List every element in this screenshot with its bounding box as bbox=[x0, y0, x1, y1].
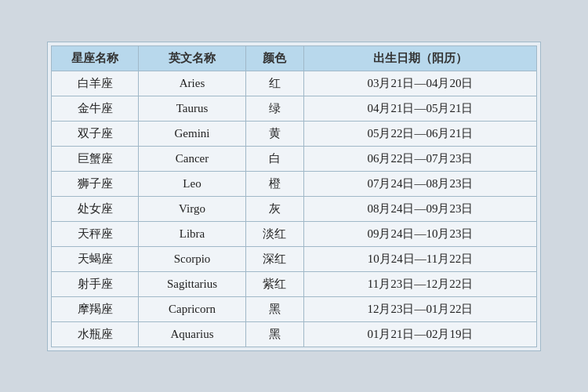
cell-date: 09月24日—10月23日 bbox=[303, 221, 536, 246]
zodiac-table-container: 星座名称 英文名称 颜色 出生日期（阳历） 白羊座Aries红03月21日—04… bbox=[47, 42, 541, 351]
cell-zh-name: 水瓶座 bbox=[52, 321, 139, 347]
table-row: 天秤座Libra淡红09月24日—10月23日 bbox=[52, 221, 537, 246]
header-en-name: 英文名称 bbox=[139, 45, 245, 71]
header-color: 颜色 bbox=[245, 45, 303, 71]
table-row: 双子座Gemini黄05月22日—06月21日 bbox=[52, 121, 537, 146]
cell-zh-name: 金牛座 bbox=[52, 96, 139, 121]
cell-date: 10月24日—11月22日 bbox=[303, 246, 536, 271]
cell-en-name: Virgo bbox=[139, 196, 245, 221]
cell-zh-name: 处女座 bbox=[52, 196, 139, 221]
cell-zh-name: 射手座 bbox=[52, 271, 139, 296]
cell-zh-name: 双子座 bbox=[52, 121, 139, 146]
cell-zh-name: 天秤座 bbox=[52, 221, 139, 246]
cell-color: 淡红 bbox=[245, 221, 303, 246]
cell-zh-name: 狮子座 bbox=[52, 171, 139, 196]
table-row: 金牛座Taurus绿04月21日—05月21日 bbox=[52, 96, 537, 121]
header-date: 出生日期（阳历） bbox=[303, 45, 536, 71]
cell-color: 紫红 bbox=[245, 271, 303, 296]
cell-color: 红 bbox=[245, 71, 303, 96]
table-header-row: 星座名称 英文名称 颜色 出生日期（阳历） bbox=[52, 45, 537, 71]
cell-date: 06月22日—07月23日 bbox=[303, 146, 536, 171]
cell-color: 绿 bbox=[245, 96, 303, 121]
cell-en-name: Taurus bbox=[139, 96, 245, 121]
cell-en-name: Gemini bbox=[139, 121, 245, 146]
table-row: 水瓶座Aquarius黑01月21日—02月19日 bbox=[52, 321, 537, 347]
table-row: 天蝎座Scorpio深红10月24日—11月22日 bbox=[52, 246, 537, 271]
cell-color: 黑 bbox=[245, 321, 303, 347]
cell-date: 04月21日—05月21日 bbox=[303, 96, 536, 121]
table-row: 处女座Virgo灰08月24日—09月23日 bbox=[52, 196, 537, 221]
cell-color: 白 bbox=[245, 146, 303, 171]
table-row: 巨蟹座Cancer白06月22日—07月23日 bbox=[52, 146, 537, 171]
cell-date: 03月21日—04月20日 bbox=[303, 71, 536, 96]
cell-en-name: Libra bbox=[139, 221, 245, 246]
cell-color: 深红 bbox=[245, 246, 303, 271]
cell-en-name: Scorpio bbox=[139, 246, 245, 271]
zodiac-table: 星座名称 英文名称 颜色 出生日期（阳历） 白羊座Aries红03月21日—04… bbox=[51, 45, 537, 347]
table-row: 摩羯座Capricorn黑12月23日—01月22日 bbox=[52, 296, 537, 321]
cell-date: 11月23日—12月22日 bbox=[303, 271, 536, 296]
cell-en-name: Cancer bbox=[139, 146, 245, 171]
header-zh-name: 星座名称 bbox=[52, 45, 139, 71]
cell-date: 08月24日—09月23日 bbox=[303, 196, 536, 221]
cell-date: 07月24日—08月23日 bbox=[303, 171, 536, 196]
cell-zh-name: 天蝎座 bbox=[52, 246, 139, 271]
cell-zh-name: 白羊座 bbox=[52, 71, 139, 96]
cell-en-name: Aries bbox=[139, 71, 245, 96]
cell-color: 灰 bbox=[245, 196, 303, 221]
cell-zh-name: 摩羯座 bbox=[52, 296, 139, 321]
cell-color: 橙 bbox=[245, 171, 303, 196]
cell-date: 05月22日—06月21日 bbox=[303, 121, 536, 146]
cell-zh-name: 巨蟹座 bbox=[52, 146, 139, 171]
table-row: 射手座Sagittarius紫红11月23日—12月22日 bbox=[52, 271, 537, 296]
cell-en-name: Aquarius bbox=[139, 321, 245, 347]
cell-date: 01月21日—02月19日 bbox=[303, 321, 536, 347]
table-row: 白羊座Aries红03月21日—04月20日 bbox=[52, 71, 537, 96]
cell-color: 黄 bbox=[245, 121, 303, 146]
cell-date: 12月23日—01月22日 bbox=[303, 296, 536, 321]
cell-en-name: Leo bbox=[139, 171, 245, 196]
cell-en-name: Capricorn bbox=[139, 296, 245, 321]
cell-color: 黑 bbox=[245, 296, 303, 321]
table-row: 狮子座Leo橙07月24日—08月23日 bbox=[52, 171, 537, 196]
cell-en-name: Sagittarius bbox=[139, 271, 245, 296]
